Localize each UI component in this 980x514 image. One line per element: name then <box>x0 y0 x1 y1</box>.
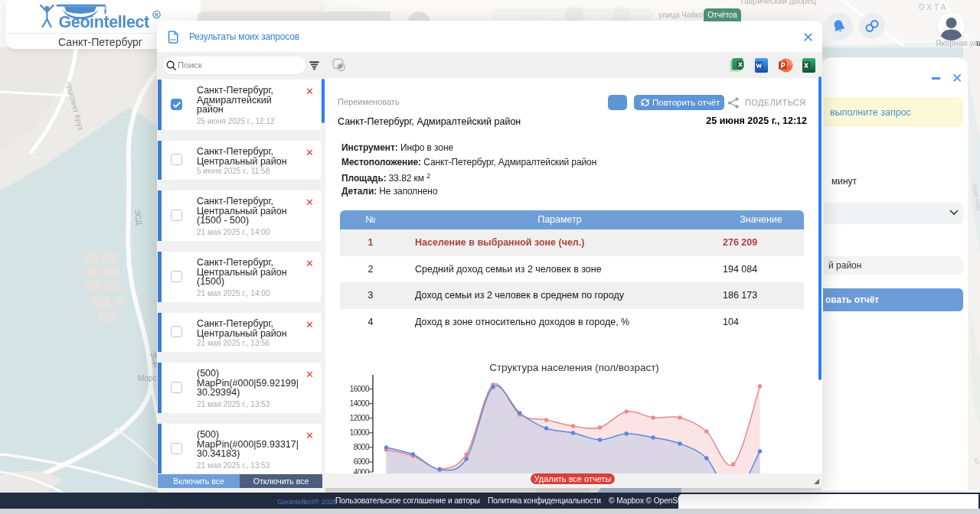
svg-text:Таврический дворец: Таврический дворец <box>740 0 816 5</box>
svg-text:14000: 14000 <box>350 399 370 408</box>
svg-text:Geointellect: Geointellect <box>59 13 149 30</box>
svg-text:4000: 4000 <box>354 468 370 473</box>
svg-text:6000: 6000 <box>354 457 370 466</box>
svg-text:R: R <box>155 12 158 18</box>
svg-text:улица Чайко: улица Чайко <box>658 11 704 19</box>
svg-text:12000: 12000 <box>350 414 370 422</box>
svg-text:ОХТА: ОХТА <box>919 3 948 11</box>
svg-text:Морс: Морс <box>138 374 157 382</box>
svg-text:8000: 8000 <box>354 443 370 451</box>
svg-text:10000: 10000 <box>350 428 370 437</box>
svg-text:ц: ц <box>976 38 980 47</box>
svg-text:16000: 16000 <box>350 385 370 393</box>
